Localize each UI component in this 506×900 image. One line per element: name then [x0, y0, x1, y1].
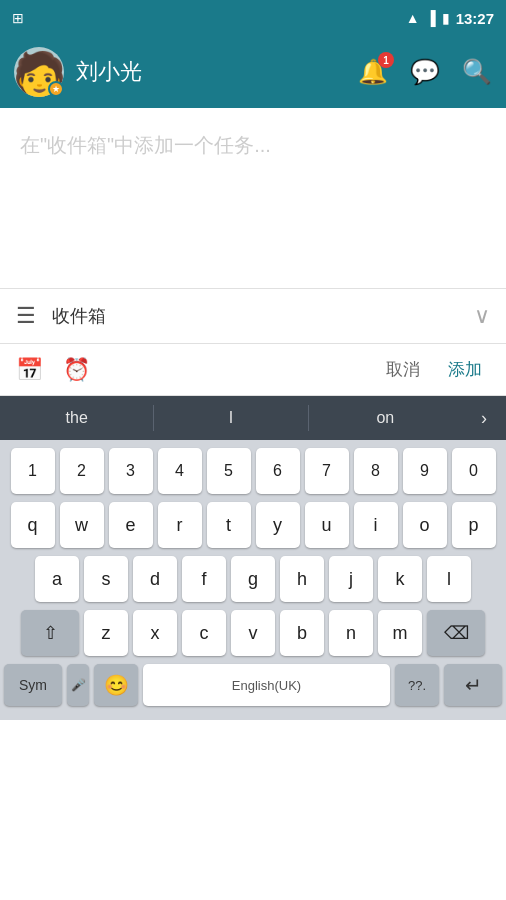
keyboard-row-asdf: a s d f g h j k l [4, 556, 502, 602]
search-icon: 🔍 [462, 58, 492, 85]
key-p[interactable]: p [452, 502, 496, 548]
toolbar-icons: 📅 ⏰ [16, 357, 378, 383]
key-d[interactable]: d [133, 556, 177, 602]
add-button[interactable]: 添加 [440, 354, 490, 385]
key-e[interactable]: e [109, 502, 153, 548]
status-bar-right: ▲ ▐ ▮ 13:27 [406, 10, 494, 27]
key-q[interactable]: q [11, 502, 55, 548]
key-a[interactable]: a [35, 556, 79, 602]
key-w[interactable]: w [60, 502, 104, 548]
key-t[interactable]: t [207, 502, 251, 548]
wifi-icon: ▲ [406, 10, 420, 26]
key-l[interactable]: l [427, 556, 471, 602]
shift-key[interactable]: ⇧ [21, 610, 79, 656]
time-display: 13:27 [456, 10, 494, 27]
inbox-row[interactable]: ☰ 收件箱 ∨ [0, 289, 506, 344]
key-h[interactable]: h [280, 556, 324, 602]
key-0[interactable]: 0 [452, 448, 496, 494]
emoji-icon: 😊 [104, 673, 129, 697]
punctuation-key[interactable]: ??. [395, 664, 439, 706]
alarm-icon[interactable]: ⏰ [63, 357, 90, 383]
inbox-icon: ☰ [16, 303, 36, 329]
avatar-badge: ★ [48, 81, 64, 97]
arrow-right-icon: › [481, 408, 487, 429]
task-input-placeholder: 在"收件箱"中添加一个任务... [20, 134, 271, 156]
key-y[interactable]: y [256, 502, 300, 548]
keyboard-row-zxcv: ⇧ z x c v b n m ⌫ [4, 610, 502, 656]
key-7[interactable]: 7 [305, 448, 349, 494]
keyboard: 1 2 3 4 5 6 7 8 9 0 q w e r t y u i o p … [0, 440, 506, 720]
key-9[interactable]: 9 [403, 448, 447, 494]
key-g[interactable]: g [231, 556, 275, 602]
keyboard-suggestions: the I on › [0, 396, 506, 440]
key-1[interactable]: 1 [11, 448, 55, 494]
notification-badge: 1 [378, 52, 394, 68]
enter-key[interactable]: ↵ [444, 664, 502, 706]
key-z[interactable]: z [84, 610, 128, 656]
inbox-label: 收件箱 [52, 304, 474, 328]
star-icon: ★ [52, 84, 60, 94]
suggestion-i[interactable]: I [154, 396, 307, 440]
key-n[interactable]: n [329, 610, 373, 656]
header: 🧑 ★ 刘小光 🔔 1 💬 🔍 [0, 36, 506, 108]
user-name: 刘小光 [76, 57, 346, 87]
toolbar-actions: 取消 添加 [378, 354, 490, 385]
task-input-area[interactable]: 在"收件箱"中添加一个任务... [0, 108, 506, 288]
screen-icon: ⊞ [12, 10, 24, 26]
signal-icon: ▐ [426, 10, 436, 26]
key-o[interactable]: o [403, 502, 447, 548]
key-5[interactable]: 5 [207, 448, 251, 494]
avatar[interactable]: 🧑 ★ [14, 47, 64, 97]
keyboard-row-qwerty: q w e r t y u i o p [4, 502, 502, 548]
key-m[interactable]: m [378, 610, 422, 656]
key-j[interactable]: j [329, 556, 373, 602]
key-b[interactable]: b [280, 610, 324, 656]
key-4[interactable]: 4 [158, 448, 202, 494]
toolbar: 📅 ⏰ 取消 添加 [0, 344, 506, 396]
space-key[interactable]: English(UK) [143, 664, 390, 706]
chat-icon: 💬 [410, 58, 440, 85]
key-8[interactable]: 8 [354, 448, 398, 494]
backspace-icon: ⌫ [444, 622, 469, 644]
search-button[interactable]: 🔍 [462, 58, 492, 86]
calendar-icon[interactable]: 📅 [16, 357, 43, 383]
key-x[interactable]: x [133, 610, 177, 656]
keyboard-row-numbers: 1 2 3 4 5 6 7 8 9 0 [4, 448, 502, 494]
shift-icon: ⇧ [43, 622, 58, 644]
notification-bell-button[interactable]: 🔔 1 [358, 58, 388, 86]
key-f[interactable]: f [182, 556, 226, 602]
chevron-down-icon: ∨ [474, 303, 490, 329]
suggestion-the[interactable]: the [0, 396, 153, 440]
mic-icon[interactable]: 🎤 [67, 664, 89, 706]
key-s[interactable]: s [84, 556, 128, 602]
key-u[interactable]: u [305, 502, 349, 548]
suggestion-on[interactable]: on [309, 396, 462, 440]
status-bar: ⊞ ▲ ▐ ▮ 13:27 [0, 0, 506, 36]
emoji-key[interactable]: 😊 [94, 664, 138, 706]
header-icons: 🔔 1 💬 🔍 [358, 58, 492, 86]
backspace-key[interactable]: ⌫ [427, 610, 485, 656]
enter-icon: ↵ [465, 673, 482, 697]
key-k[interactable]: k [378, 556, 422, 602]
key-2[interactable]: 2 [60, 448, 104, 494]
suggestion-more-button[interactable]: › [462, 408, 506, 429]
key-r[interactable]: r [158, 502, 202, 548]
key-6[interactable]: 6 [256, 448, 300, 494]
status-bar-left: ⊞ [12, 10, 24, 26]
sym-key[interactable]: Sym [4, 664, 62, 706]
key-c[interactable]: c [182, 610, 226, 656]
chat-button[interactable]: 💬 [410, 58, 440, 86]
key-3[interactable]: 3 [109, 448, 153, 494]
keyboard-row-bottom: Sym 🎤 😊 English(UK) ??. ↵ [4, 664, 502, 706]
battery-icon: ▮ [442, 10, 450, 26]
cancel-button[interactable]: 取消 [378, 354, 428, 385]
key-v[interactable]: v [231, 610, 275, 656]
key-i[interactable]: i [354, 502, 398, 548]
